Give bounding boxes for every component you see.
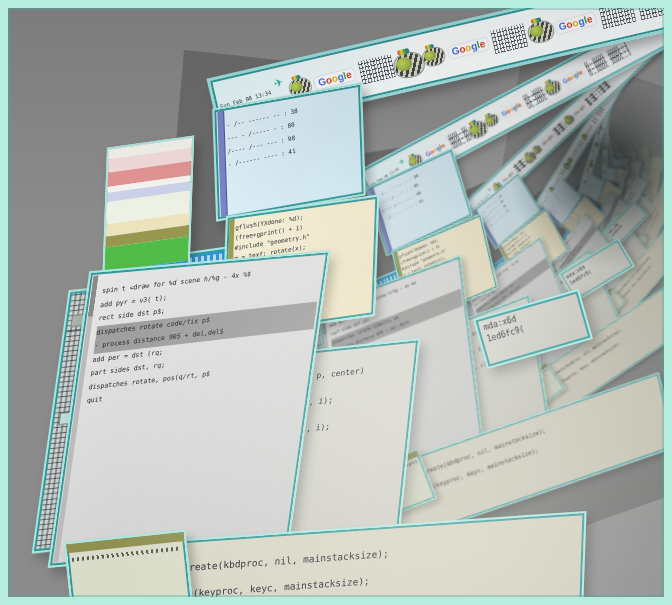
plane-icon: ✈ bbox=[397, 157, 407, 167]
google-logo[interactable]: Google bbox=[605, 142, 606, 146]
fish-thumbnail[interactable] bbox=[612, 155, 614, 157]
fish-thumbnail[interactable] bbox=[392, 50, 425, 79]
fish-thumbnail[interactable] bbox=[604, 160, 606, 163]
fish-thumbnail[interactable] bbox=[604, 146, 606, 148]
text-snippet bbox=[593, 146, 598, 152]
text-snippet bbox=[490, 23, 529, 54]
desktop-level: Sun Feb 08 13:34✈GoogleGoogleGoogle - /-… bbox=[8, 8, 664, 597]
google-logo[interactable]: Google bbox=[571, 148, 579, 158]
text-snippet bbox=[609, 142, 611, 144]
text-snippet bbox=[357, 54, 396, 85]
desktop-3d-viewport: Sun Feb 08 13:34✈GoogleGoogleGoogle - /-… bbox=[0, 0, 672, 605]
google-logo[interactable]: Google bbox=[611, 151, 612, 154]
status-window[interactable] bbox=[64, 530, 194, 605]
text-snippet bbox=[522, 85, 548, 108]
google-logo[interactable]: Google bbox=[615, 149, 616, 151]
google-logo[interactable]: Google bbox=[555, 12, 597, 34]
google-logo[interactable]: Google bbox=[613, 145, 614, 147]
menu-line: - /------ ---- : 41 bbox=[609, 168, 611, 181]
google-logo[interactable]: Google bbox=[447, 37, 489, 59]
plane-icon: ✈ bbox=[486, 187, 492, 193]
text-snippet bbox=[583, 53, 609, 76]
text-snippet bbox=[598, 0, 637, 29]
google-logo[interactable]: Google bbox=[610, 144, 611, 147]
google-logo[interactable]: Google bbox=[498, 100, 524, 119]
text-snippet bbox=[598, 130, 603, 136]
plane-icon: ✈ bbox=[582, 184, 584, 186]
text-snippet bbox=[608, 139, 610, 141]
google-logo[interactable]: Google bbox=[540, 133, 555, 148]
fish-thumbnail[interactable] bbox=[421, 45, 445, 66]
recursion-vortex: Sun Feb 08 13:34✈GoogleGoogleGoogle - /-… bbox=[8, 8, 664, 597]
text-snippet bbox=[611, 149, 613, 151]
text-snippet bbox=[604, 134, 606, 137]
editor-window[interactable]: spin t <draw for %d scene h/%g - 4x %$ad… bbox=[48, 250, 331, 568]
fish-thumbnail[interactable] bbox=[604, 157, 606, 159]
fish-thumbnail[interactable] bbox=[610, 147, 612, 149]
fish-thumbnail[interactable] bbox=[527, 19, 555, 43]
google-logo[interactable]: Google bbox=[604, 153, 605, 157]
text-snippet bbox=[604, 149, 606, 152]
google-logo[interactable]: Google bbox=[592, 153, 595, 160]
google-logo[interactable]: Google bbox=[572, 103, 587, 118]
text-snippet bbox=[604, 138, 606, 141]
google-logo[interactable]: Google bbox=[597, 136, 600, 143]
fish-thumbnail[interactable] bbox=[595, 142, 599, 147]
fish-thumbnail[interactable] bbox=[590, 159, 594, 163]
plane-icon: ✈ bbox=[545, 191, 549, 194]
fish-thumbnail[interactable] bbox=[588, 163, 593, 168]
google-logo[interactable]: Google bbox=[586, 124, 594, 134]
google-logo[interactable]: Google bbox=[560, 67, 586, 86]
plane-icon: ✈ bbox=[272, 75, 285, 90]
text-snippet bbox=[636, 0, 672, 20]
